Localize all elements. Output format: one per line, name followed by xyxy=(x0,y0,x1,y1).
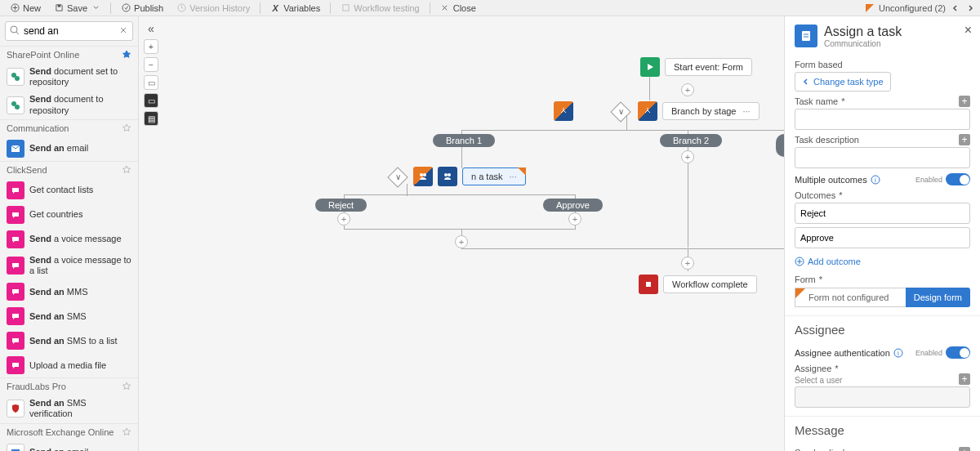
chevron-down-icon[interactable] xyxy=(91,3,100,13)
action-item[interactable]: Send an SMS verification xyxy=(0,395,138,422)
action-label: Send an SMS verification xyxy=(29,398,131,419)
task-icon[interactable] xyxy=(413,167,433,186)
gateway-diamond[interactable]: ∨ xyxy=(387,167,408,187)
task-desc-input[interactable] xyxy=(795,147,970,168)
assignee-input[interactable] xyxy=(795,386,970,408)
form-status-label: Form not configured xyxy=(808,292,889,302)
gateway-diamond[interactable]: ∨ xyxy=(610,101,630,122)
action-item[interactable]: Send an email xyxy=(0,136,138,161)
svg-rect-1 xyxy=(57,5,60,7)
save-button[interactable]: Save xyxy=(49,1,105,16)
start-event-node[interactable]: Start event: Form xyxy=(640,57,752,77)
assignee-placeholder: Select a user xyxy=(795,376,970,385)
add-node-button[interactable]: + xyxy=(337,212,350,226)
workflow-testing-button[interactable]: Workflow testing xyxy=(336,1,425,16)
branch-icon xyxy=(638,101,657,121)
add-node-button[interactable]: + xyxy=(455,235,468,248)
zoom-out-button[interactable]: − xyxy=(144,57,158,72)
action-item[interactable]: Send an SMS to a list xyxy=(0,328,138,353)
branch-by-stage-node[interactable]: Branch by stage ··· xyxy=(638,101,760,121)
chevron-left-icon[interactable] xyxy=(951,3,960,13)
reject-pill[interactable]: Reject xyxy=(315,199,367,212)
notes-button[interactable]: ▤ xyxy=(144,111,158,126)
star-icon[interactable] xyxy=(122,382,131,391)
action-item[interactable]: Send an MMS xyxy=(0,279,138,304)
workflow-complete-node[interactable]: Workflow complete xyxy=(639,275,757,294)
assignee-auth-toggle[interactable] xyxy=(946,346,970,359)
branch2-pill[interactable]: Branch 2 xyxy=(660,134,722,147)
more-icon[interactable]: ··· xyxy=(743,106,751,116)
unconfigured-indicator[interactable]: Unconfigured (2) xyxy=(866,3,975,13)
variables-button[interactable]: X Variables xyxy=(265,1,325,16)
task-desc-label: Task description xyxy=(795,135,859,145)
category-header[interactable]: ClickSend xyxy=(0,161,138,178)
branch-icon[interactable] xyxy=(554,101,573,121)
category-header[interactable]: FraudLabs Pro xyxy=(0,377,138,395)
start-event-card: Start event: Form xyxy=(665,58,752,76)
zoom-in-button[interactable]: + xyxy=(144,39,158,54)
change-task-type-label: Change task type xyxy=(813,77,884,87)
fit-button[interactable]: ▭ xyxy=(144,75,158,90)
more-icon[interactable]: ··· xyxy=(510,172,517,181)
change-task-type-button[interactable]: Change task type xyxy=(795,72,891,92)
form-status: Form not configured xyxy=(795,288,906,307)
action-item[interactable]: Upload a media file xyxy=(0,353,138,377)
outcome-approve-input[interactable] xyxy=(795,227,970,248)
canvas-tools: « + − ▭ ▭ ▤ xyxy=(144,21,158,126)
category-header[interactable]: Microsoft Exchange Online xyxy=(0,423,138,440)
star-icon[interactable] xyxy=(122,165,131,175)
plus-icon xyxy=(10,3,20,13)
panel-title: Assign a task xyxy=(824,25,902,39)
insert-variable-button[interactable]: + xyxy=(959,134,970,145)
action-item[interactable]: Send a voice message to a list xyxy=(0,252,138,279)
add-node-button[interactable]: + xyxy=(681,257,694,270)
branch1-pill[interactable]: Branch 1 xyxy=(433,134,495,147)
panel-subtitle: Communication xyxy=(824,39,902,48)
info-icon[interactable]: i xyxy=(893,348,903,358)
close-button[interactable]: Close xyxy=(435,1,481,16)
action-item[interactable]: Send a voice message xyxy=(0,227,138,252)
close-panel-icon[interactable]: × xyxy=(964,23,972,38)
info-icon[interactable]: i xyxy=(871,175,880,185)
approve-pill[interactable]: Approve xyxy=(543,199,603,212)
design-form-button[interactable]: Design form xyxy=(906,288,970,307)
play-icon xyxy=(640,57,660,77)
action-item[interactable]: Send an email xyxy=(0,440,138,452)
minimap-button[interactable]: ▭ xyxy=(144,93,158,108)
collapse-sidebar-icon[interactable]: « xyxy=(144,21,158,36)
star-icon[interactable] xyxy=(122,427,131,437)
workflow-canvas[interactable]: « + − ▭ ▭ ▤ xyxy=(139,16,784,451)
add-node-button[interactable]: + xyxy=(681,150,694,163)
search-input[interactable] xyxy=(5,21,133,41)
enabled-label: Enabled xyxy=(915,349,942,357)
task-name-input[interactable] xyxy=(795,109,970,130)
insert-variable-button[interactable]: + xyxy=(959,96,970,107)
insert-variable-button[interactable]: + xyxy=(959,447,970,451)
multiple-outcomes-toggle[interactable] xyxy=(946,173,970,185)
add-outcome-button[interactable]: Add outcome xyxy=(795,253,970,270)
new-button[interactable]: New xyxy=(5,1,46,16)
version-history-button[interactable]: Version History xyxy=(172,1,255,16)
category-header[interactable]: SharePoint Online xyxy=(0,46,138,63)
action-item[interactable]: Get contact lists xyxy=(0,178,138,203)
close-icon xyxy=(440,3,450,13)
clear-search-icon[interactable] xyxy=(118,25,128,35)
publish-button[interactable]: Publish xyxy=(116,1,168,16)
action-label: Send an email xyxy=(29,447,131,451)
actions-sidebar: SharePoint OnlineSend document set to re… xyxy=(0,16,139,451)
assign-task-node[interactable]: n a task ··· xyxy=(438,167,526,186)
insert-variable-button[interactable]: + xyxy=(959,373,970,385)
category-header[interactable]: Communication xyxy=(0,119,138,136)
chevron-right-icon[interactable] xyxy=(965,3,975,13)
action-item[interactable]: Send document to repository xyxy=(0,91,138,118)
star-icon[interactable] xyxy=(122,50,131,60)
action-item[interactable]: Get countries xyxy=(0,203,138,227)
outcome-reject-input[interactable] xyxy=(795,203,970,224)
add-node-button[interactable]: + xyxy=(568,212,581,226)
action-item[interactable]: Send document set to repository xyxy=(0,63,138,91)
star-icon[interactable] xyxy=(122,123,131,133)
svg-point-5 xyxy=(11,26,17,33)
action-item[interactable]: Send an SMS xyxy=(0,304,138,328)
branch3-pill[interactable]: Branch 3 xyxy=(776,134,784,157)
add-node-button[interactable]: + xyxy=(681,83,694,96)
